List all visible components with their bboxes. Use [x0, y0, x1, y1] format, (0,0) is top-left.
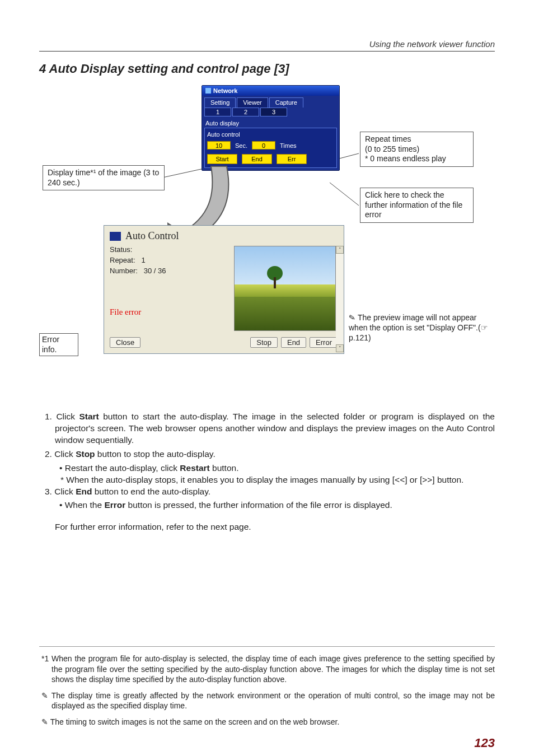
auto-control-window: Auto Control Status: Repeat: 1 Number: 3…: [104, 225, 344, 354]
step-2: 2. Click Stop button to stop the auto-di…: [55, 449, 495, 460]
preview-image: [234, 246, 336, 331]
times-field[interactable]: 0: [252, 141, 275, 150]
section-title: 4 Auto Display setting and control page …: [39, 62, 495, 76]
times-label: Times: [280, 142, 297, 149]
footnote-2: ✎ The display time is greatly affected b…: [51, 690, 495, 711]
running-header: Using the network viewer function: [39, 39, 495, 52]
scroll-down-icon[interactable]: ˅: [336, 344, 344, 352]
stop-button[interactable]: Stop: [250, 337, 278, 348]
ac-title-text: Auto Control: [125, 230, 179, 242]
subtab-1[interactable]: 1: [204, 108, 231, 116]
footnote-3: ✎ The timing to switch images is not the…: [51, 717, 495, 727]
closing-para: For further error information, refer to …: [55, 521, 495, 533]
tab-capture[interactable]: Capture: [269, 97, 303, 108]
scroll-up-icon[interactable]: ˄: [336, 246, 344, 254]
pencil-icon: ✎: [348, 312, 357, 323]
footnotes: *1 When the program file for auto-displa…: [39, 646, 495, 732]
tab-viewer[interactable]: Viewer: [237, 97, 268, 108]
number-value: 30 / 36: [144, 267, 166, 275]
repeat-label: Repeat:: [110, 256, 135, 264]
panel-titlebar: Network: [202, 86, 339, 96]
callout-display-time: Display time*¹ of the image (3 to 240 se…: [43, 165, 165, 190]
tab-setting[interactable]: Setting: [204, 97, 236, 108]
err-button[interactable]: Err: [277, 154, 307, 164]
ac-logo-icon: [110, 232, 121, 241]
close-button[interactable]: Close: [110, 337, 140, 348]
callout-repeat-times: Repeat times (0 to 255 times) * 0 means …: [360, 132, 474, 167]
section-prefix: 4: [39, 62, 46, 76]
label-autodisplay: Auto display: [202, 119, 339, 128]
svg-line-2: [330, 183, 359, 206]
panel-icon: [205, 88, 211, 94]
callout-click-error: Click here to check the further informat…: [360, 188, 474, 223]
step-2-sub2: * When the auto-display stops, it enable…: [66, 474, 495, 486]
panel-title: Network: [213, 87, 237, 94]
subtab-2[interactable]: 2: [232, 108, 259, 116]
error-button[interactable]: Error: [310, 337, 338, 348]
repeat-value: 1: [141, 256, 145, 264]
step-1: 1. Click Start button to start the auto-…: [55, 411, 495, 446]
scroll-track[interactable]: [336, 254, 344, 344]
preview-note-text: The preview image will not appear when t…: [349, 313, 488, 342]
end-button-ac[interactable]: End: [281, 337, 306, 348]
seconds-field[interactable]: 10: [207, 141, 231, 150]
footnote-1: *1 When the program file for auto-displa…: [51, 654, 495, 684]
subtab-3[interactable]: 3: [260, 108, 287, 116]
page-number: 123: [474, 736, 495, 750]
preview-note: ✎The preview image will not appear when …: [349, 312, 494, 343]
instructions: 1. Click Start button to start the auto-…: [39, 411, 495, 533]
step-3: 3. Click End button to end the auto-disp…: [55, 486, 495, 498]
end-button[interactable]: End: [242, 154, 272, 164]
start-button[interactable]: Start: [207, 154, 237, 164]
number-label: Number:: [110, 267, 138, 275]
figure-area: Network Setting Viewer Capture 1 2 3 Aut…: [39, 85, 495, 404]
section-text: Auto Display setting and control page [3…: [49, 62, 289, 76]
step-3-sub1: • When the Error button is pressed, the …: [66, 500, 495, 511]
label-autocontrol: Auto control: [207, 130, 334, 139]
network-panel: Network Setting Viewer Capture 1 2 3 Aut…: [202, 85, 340, 171]
status-label: Status:: [110, 245, 132, 254]
step-2-sub1: • Restart the auto-display, click Restar…: [66, 463, 495, 474]
seconds-label: Sec.: [235, 142, 247, 149]
preview-scrollbar[interactable]: ˄ ˅: [336, 246, 344, 352]
callout-error-info: Error info.: [39, 333, 78, 356]
